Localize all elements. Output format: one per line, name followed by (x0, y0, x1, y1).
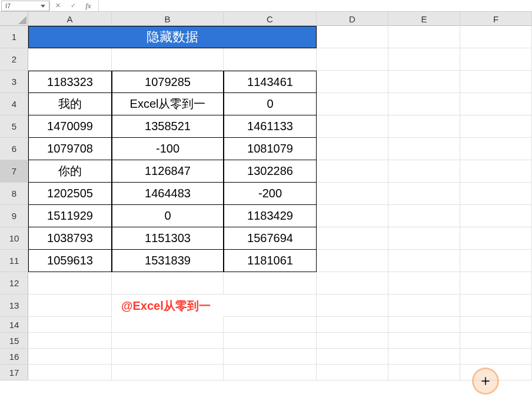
row-header-11[interactable]: 11 (0, 250, 28, 272)
confirm-button[interactable]: ✓ (65, 1, 81, 11)
cell-F5[interactable] (460, 115, 532, 138)
cell-E9[interactable] (388, 205, 460, 227)
cell-F9[interactable] (460, 205, 532, 227)
cell-D1[interactable] (317, 26, 388, 48)
cell-A10[interactable]: 1038793 (28, 227, 112, 250)
cell-A17[interactable] (28, 365, 112, 380)
cell-F15[interactable] (460, 333, 532, 349)
cell-A2[interactable] (28, 48, 112, 71)
cell-E12[interactable] (388, 272, 460, 294)
cell-F7[interactable] (460, 160, 532, 183)
cell-B6[interactable]: -100 (112, 138, 224, 160)
cell-B15[interactable] (112, 333, 224, 349)
column-header-C[interactable]: C (224, 12, 317, 26)
cell-A15[interactable] (28, 333, 112, 349)
cell-F14[interactable] (460, 317, 532, 333)
cell-E7[interactable] (388, 160, 460, 183)
cell-C3[interactable]: 1143461 (224, 71, 317, 93)
cell-F10[interactable] (460, 227, 532, 250)
row-header-2[interactable]: 2 (0, 48, 28, 71)
row-header-14[interactable]: 14 (0, 317, 28, 333)
cancel-button[interactable]: ✕ (50, 1, 65, 11)
cell-F2[interactable] (460, 48, 532, 71)
cell-D15[interactable] (317, 333, 388, 349)
cell-D14[interactable] (317, 317, 388, 333)
row-header-17[interactable]: 17 (0, 365, 28, 380)
cell-B13-watermark[interactable]: @Excel从零到一 (112, 294, 224, 317)
cell-B8[interactable]: 1464483 (112, 183, 224, 205)
cell-B2[interactable] (112, 48, 224, 71)
cell-E10[interactable] (388, 227, 460, 250)
formula-input[interactable] (98, 1, 532, 11)
cells-area[interactable]: 隐藏数据 1183323 1079285 1143461 我的 Excel从零到… (28, 26, 532, 417)
cell-D10[interactable] (317, 227, 388, 250)
cell-E2[interactable] (388, 48, 460, 71)
insert-function-button[interactable]: fx (81, 1, 96, 11)
cell-F12[interactable] (460, 272, 532, 294)
cell-F6[interactable] (460, 138, 532, 160)
row-header-9[interactable]: 9 (0, 205, 28, 227)
row-header-7[interactable]: 7 (0, 160, 28, 183)
cell-E15[interactable] (388, 333, 460, 349)
cell-E8[interactable] (388, 183, 460, 205)
cell-F3[interactable] (460, 71, 532, 93)
cell-C12[interactable] (224, 272, 317, 294)
cell-D13[interactable] (317, 294, 388, 317)
cell-D2[interactable] (317, 48, 388, 71)
cell-A11[interactable]: 1059613 (28, 250, 112, 272)
row-header-4[interactable]: 4 (0, 93, 28, 115)
cell-E11[interactable] (388, 250, 460, 272)
cell-C16[interactable] (224, 349, 317, 365)
cell-C13[interactable] (224, 294, 317, 317)
cell-C4[interactable]: 0 (224, 93, 317, 115)
cell-D11[interactable] (317, 250, 388, 272)
cell-E5[interactable] (388, 115, 460, 138)
cell-A14[interactable] (28, 317, 112, 333)
row-header-8[interactable]: 8 (0, 183, 28, 205)
row-header-6[interactable]: 6 (0, 138, 28, 160)
column-header-D[interactable]: D (317, 12, 388, 26)
cell-F16[interactable] (460, 349, 532, 365)
row-header-10[interactable]: 10 (0, 227, 28, 250)
column-header-B[interactable]: B (112, 12, 224, 26)
cell-F13[interactable] (460, 294, 532, 317)
cell-C2[interactable] (224, 48, 317, 71)
row-header-3[interactable]: 3 (0, 71, 28, 93)
cell-A5[interactable]: 1470099 (28, 115, 112, 138)
cell-E1[interactable] (388, 26, 460, 48)
cell-E4[interactable] (388, 93, 460, 115)
cell-C14[interactable] (224, 317, 317, 333)
cell-D12[interactable] (317, 272, 388, 294)
cell-A8[interactable]: 1202505 (28, 183, 112, 205)
cell-A7[interactable]: 你的 (28, 160, 112, 183)
cell-F1[interactable] (460, 26, 532, 48)
cell-B16[interactable] (112, 349, 224, 365)
cell-C7[interactable]: 1302286 (224, 160, 317, 183)
cell-F8[interactable] (460, 183, 532, 205)
cell-B12[interactable] (112, 272, 224, 294)
cell-D17[interactable] (317, 365, 388, 380)
cell-A3[interactable]: 1183323 (28, 71, 112, 93)
cell-C11[interactable]: 1181061 (224, 250, 317, 272)
cell-C6[interactable]: 1081079 (224, 138, 317, 160)
row-header-1[interactable]: 1 (0, 26, 28, 48)
cell-D4[interactable] (317, 93, 388, 115)
cell-B4[interactable]: Excel从零到一 (112, 93, 224, 115)
row-header-13[interactable]: 13 (0, 294, 28, 317)
cell-B14[interactable] (112, 317, 224, 333)
cell-A16[interactable] (28, 349, 112, 365)
cell-B11[interactable]: 1531839 (112, 250, 224, 272)
cell-D6[interactable] (317, 138, 388, 160)
cell-E13[interactable] (388, 294, 460, 317)
name-box[interactable]: I7 (1, 1, 49, 11)
cell-B7[interactable]: 1126847 (112, 160, 224, 183)
column-header-E[interactable]: E (388, 12, 460, 26)
cell-B3[interactable]: 1079285 (112, 71, 224, 93)
cell-F11[interactable] (460, 250, 532, 272)
cell-B17[interactable] (112, 365, 224, 380)
cell-C9[interactable]: 1183429 (224, 205, 317, 227)
cell-A1-title-merged[interactable]: 隐藏数据 (28, 26, 317, 48)
cell-B5[interactable]: 1358521 (112, 115, 224, 138)
cell-E17[interactable] (388, 365, 460, 380)
cell-D8[interactable] (317, 183, 388, 205)
